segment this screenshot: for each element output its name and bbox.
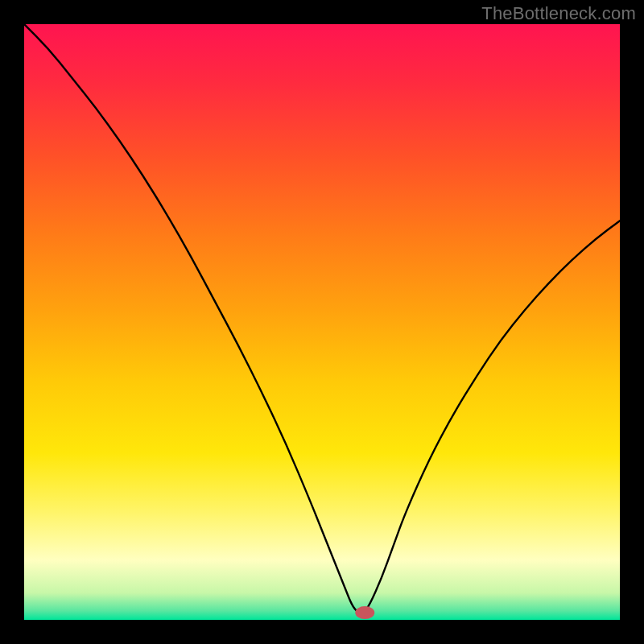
attribution-label: TheBottleneck.com (481, 3, 636, 24)
chart-frame: TheBottleneck.com (0, 0, 644, 644)
optimum-marker (355, 606, 374, 619)
bottleneck-chart (0, 0, 644, 644)
